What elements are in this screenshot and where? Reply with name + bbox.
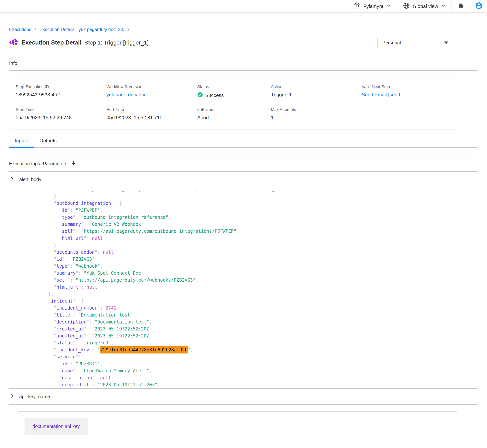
breadcrumb-link-execution-details[interactable]: Execution Details - yuk pagerduty doc: 2…	[40, 27, 124, 32]
code-line: "status": "triggered",	[32, 340, 454, 346]
code-line: "id": "PZB2VG3",	[32, 256, 454, 263]
field-label: Status	[197, 84, 271, 89]
section-label-api-key-name: api_key_name	[19, 394, 50, 399]
info-field-step-execution-id: Step Execution ID18992a43-9538-4b2...	[16, 84, 106, 99]
code-line: "summary": "Generic V2 Webhook",	[32, 221, 454, 228]
divider	[9, 404, 478, 405]
topbar-divider	[397, 2, 397, 10]
field-value: 1	[271, 115, 362, 120]
code-line: "incident_key": "229efec8feda44778d3fe69…	[32, 346, 454, 353]
code-line: "self": "https://api.pagerduty.com/outbo…	[32, 228, 454, 235]
tab-inputs[interactable]: Inputs	[9, 138, 34, 147]
field-label: Step Execution ID	[16, 84, 106, 89]
divider	[9, 70, 478, 71]
chevron-down-icon	[386, 3, 391, 9]
bank-icon	[353, 2, 361, 11]
code-block: "self": "https://api.pagerduty.com/webho…	[18, 191, 457, 386]
code-line: "self": "https://api.pagerduty.com/webho…	[32, 191, 454, 193]
info-field-workflow-version: Workflow & Versionyuk pagerduty doc	[106, 84, 197, 99]
field-label: onFailure	[197, 107, 271, 112]
field-label: Start Time	[16, 107, 106, 112]
workflow-logo-icon	[9, 38, 18, 48]
code-line: "accounts_addon": null,	[32, 249, 454, 256]
field-label: Valid Next Step	[362, 84, 450, 89]
breadcrumb-separator: /	[128, 27, 129, 32]
code-line: "id": "PUZKRT1",	[32, 360, 454, 368]
field-value: Abort	[197, 115, 271, 120]
code-line: "id": "PJFWPEP",	[32, 207, 454, 214]
topbar: Fylamynt Global view	[0, 0, 487, 12]
breadcrumb-separator: /	[35, 27, 36, 32]
user-menu[interactable]	[475, 2, 483, 11]
api-key-chip: documentation api key	[24, 418, 88, 435]
code-line: "type": "outbound_integration_reference"…	[32, 214, 454, 221]
bell-icon	[458, 2, 464, 10]
download-arrow-icon[interactable]	[71, 160, 76, 167]
field-value[interactable]: Send Email [send_...	[362, 92, 450, 98]
scope-select[interactable]: Personal	[378, 37, 453, 48]
info-card: Step Execution ID18992a43-9538-4b2...Wor…	[9, 77, 457, 129]
field-value: 05/19/2023, 15:52:31.710	[106, 115, 197, 120]
chevron-right-icon	[9, 176, 14, 182]
field-value[interactable]: yuk pagerduty doc	[106, 92, 197, 98]
api-key-name-box: documentation api key	[18, 411, 457, 441]
code-line: "summary": "Yuk Spot Connect Doc",	[32, 270, 454, 277]
info-field-end-time: End Time05/19/2023, 15:52:31.710	[106, 107, 197, 120]
json-viewer[interactable]: "self": "https://api.pagerduty.com/webho…	[18, 191, 457, 386]
field-label: Workflow & Version	[106, 84, 197, 89]
section-row-api-key-name[interactable]: api_key_name	[9, 389, 478, 404]
topbar-divider	[452, 2, 452, 10]
title-row: Execution Step Detail Step 1: Trigger [t…	[9, 37, 478, 48]
avatar-icon	[475, 2, 483, 11]
params-header: Execution Input Parameters	[9, 155, 478, 171]
code-line: "self": "https://api.pagerduty.com/webho…	[32, 277, 454, 284]
view-label: Global view	[413, 3, 438, 9]
chevron-down-icon	[441, 3, 446, 9]
info-field-onfailure: onFailureAbort	[197, 107, 271, 120]
code-line: "name": "CloudWatch-Memory-Alert",	[32, 368, 454, 375]
code-line: "title": "Documentation test",	[32, 312, 454, 319]
code-line: },	[32, 291, 454, 298]
code-line: },	[32, 193, 454, 200]
code-line: "incident": {	[32, 298, 454, 305]
field-value: Success	[197, 92, 271, 99]
search-highlight: 229efec8feda44778d3fe692b28aed2b	[100, 346, 188, 353]
code-line: "description": null,	[32, 375, 454, 381]
org-label: Fylamynt	[363, 3, 383, 9]
info-heading: Info	[9, 60, 478, 66]
code-line: },	[32, 242, 454, 249]
info-field-max-attempts: Max Attempts1	[271, 107, 362, 120]
field-label: Max Attempts	[271, 107, 362, 112]
code-line: "outbound_integration": {	[32, 200, 454, 207]
info-field-status: StatusSuccess	[197, 84, 271, 99]
params-header-label: Execution Input Parameters	[9, 161, 67, 166]
field-value: 18992a43-9538-4b2...	[16, 92, 106, 98]
code-line: "incident_number": 2741,	[32, 305, 454, 312]
code-line: "service": {	[32, 353, 454, 360]
field-value: 05/19/2023, 15:52:29.748	[16, 115, 106, 120]
caret-down-icon	[444, 41, 448, 44]
page-title: Execution Step Detail	[22, 39, 81, 46]
info-field-action: ActionTrigger_1	[271, 84, 362, 99]
field-value: Trigger_1	[271, 92, 362, 98]
chevron-right-icon	[9, 393, 14, 400]
breadcrumb-link-executions[interactable]: Executions	[9, 27, 31, 32]
code-line: "type": "webhook",	[32, 263, 454, 270]
tab-outputs[interactable]: Outputs	[34, 138, 62, 147]
code-line: "html_url": null	[32, 235, 454, 242]
section-row-alert-body[interactable]: alert_body	[9, 172, 478, 187]
globe-icon	[403, 2, 410, 11]
code-line: "updated_at": "2023-05-19T22:52:20Z",	[32, 333, 454, 340]
info-field-start-time: Start Time05/19/2023, 15:52:29.748	[16, 107, 106, 120]
breadcrumb: Executions / Execution Details - yuk pag…	[9, 27, 478, 32]
scope-select-value: Personal	[382, 40, 401, 46]
code-line: "created_at": "2023-05-19T22:52:20Z",	[32, 326, 454, 333]
notifications-button[interactable]	[458, 2, 464, 10]
view-switcher[interactable]: Global view	[403, 2, 446, 11]
success-check-icon	[197, 92, 203, 99]
org-switcher[interactable]: Fylamynt	[353, 2, 391, 11]
page-subtitle: Step 1: Trigger [trigger_1]	[84, 40, 149, 46]
section-label-alert-body: alert_body	[19, 177, 41, 182]
field-label: End Time	[106, 107, 197, 112]
info-grid: Step Execution ID18992a43-9538-4b2...Wor…	[16, 84, 450, 120]
